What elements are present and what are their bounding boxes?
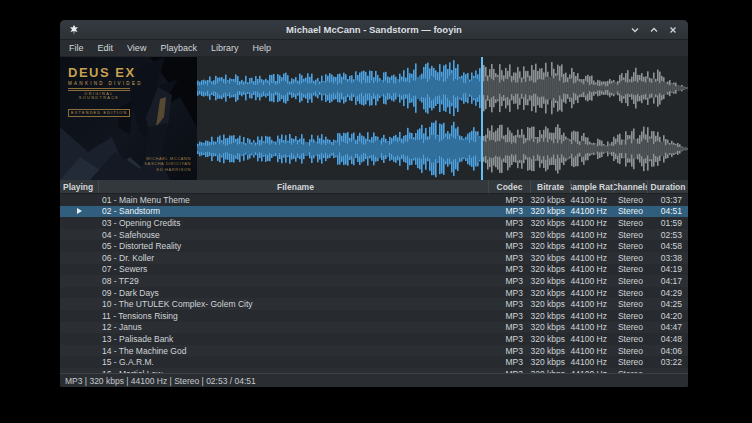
- fooyin-window: Michael McCann - Sandstorm — fooyin: [60, 20, 688, 387]
- menu-item-label: Playback: [160, 43, 197, 53]
- channels-cell: Stereo: [613, 253, 647, 263]
- playlist-row[interactable]: 14 - The Machine God MP3 320 kbps 44100 …: [60, 345, 688, 357]
- playlist-row[interactable]: 07 - Sewers MP3 320 kbps 44100 Hz Stereo…: [60, 264, 688, 276]
- filename-cell: 13 - Palisade Bank: [98, 334, 488, 344]
- duration-cell: 04:17: [647, 276, 688, 286]
- maximize-button[interactable]: [646, 22, 661, 37]
- sample-rate-cell: 44100 Hz: [570, 276, 613, 286]
- sample-rate-cell: 44100 Hz: [570, 311, 613, 321]
- playing-cell: [60, 208, 98, 214]
- minimize-button[interactable]: [627, 22, 642, 37]
- playlist-row[interactable]: 11 - Tensions Rising MP3 320 kbps 44100 …: [60, 310, 688, 322]
- bitrate-cell: 320 kbps: [530, 288, 570, 298]
- column-header-sample-rate[interactable]: Sample Rate: [570, 180, 613, 193]
- waveform-seekbar[interactable]: [197, 57, 688, 180]
- menu-item-label: Help: [252, 43, 271, 53]
- column-header-filename[interactable]: Filename: [98, 180, 488, 193]
- playlist-row[interactable]: 02 - Sandstorm MP3 320 kbps 44100 Hz Ste…: [60, 206, 688, 218]
- playlist-row[interactable]: 15 - G.A.R.M. MP3 320 kbps 44100 Hz Ster…: [60, 356, 688, 368]
- bitrate-cell: 320 kbps: [530, 230, 570, 240]
- menu-item[interactable]: View: [120, 40, 153, 57]
- playlist-row[interactable]: 04 - Safehouse MP3 320 kbps 44100 Hz Ste…: [60, 229, 688, 241]
- column-header-duration[interactable]: Duration: [647, 180, 688, 193]
- channels-cell: Stereo: [613, 206, 647, 216]
- channels-cell: Stereo: [613, 322, 647, 332]
- codec-cell: MP3: [488, 311, 530, 321]
- duration-cell: 04:58: [647, 241, 688, 251]
- duration-cell: 03:38: [647, 253, 688, 263]
- codec-cell: MP3: [488, 357, 530, 367]
- filename-cell: 15 - G.A.R.M.: [98, 357, 488, 367]
- playlist-row[interactable]: 05 - Distorted Reality MP3 320 kbps 4410…: [60, 240, 688, 252]
- filename-cell: 08 - TF29: [98, 276, 488, 286]
- menu-item[interactable]: Library: [204, 40, 246, 57]
- channels-cell: Stereo: [613, 241, 647, 251]
- channels-cell: Stereo: [613, 276, 647, 286]
- column-header-channels[interactable]: Channels: [613, 180, 647, 193]
- fooyin-logo-icon: [67, 23, 80, 36]
- album-art-text: DEUS EX MANKIND DIVIDED ORIGINAL SOUNDTR…: [68, 66, 143, 118]
- close-icon: [668, 25, 678, 35]
- column-header-bitrate[interactable]: Bitrate: [530, 180, 570, 193]
- codec-cell: MP3: [488, 299, 530, 309]
- playlist-row[interactable]: 03 - Opening Credits MP3 320 kbps 44100 …: [60, 217, 688, 229]
- playlist-row[interactable]: 13 - Palisade Bank MP3 320 kbps 44100 Hz…: [60, 333, 688, 345]
- playlist-row[interactable]: 12 - Janus MP3 320 kbps 44100 Hz Stereo …: [60, 322, 688, 334]
- filename-cell: 04 - Safehouse: [98, 230, 488, 240]
- chevron-down-icon: [630, 25, 640, 35]
- playlist-row[interactable]: 09 - Dark Days MP3 320 kbps 44100 Hz Ste…: [60, 287, 688, 299]
- playlist-row[interactable]: 10 - The UTULEK Complex- Golem City MP3 …: [60, 298, 688, 310]
- codec-cell: MP3: [488, 346, 530, 356]
- chevron-up-icon: [649, 25, 659, 35]
- album-title: DEUS EX: [68, 66, 143, 79]
- close-button[interactable]: [665, 22, 680, 37]
- filename-cell: 14 - The Machine God: [98, 346, 488, 356]
- window-controls: [627, 22, 688, 37]
- playlist-row[interactable]: 08 - TF29 MP3 320 kbps 44100 Hz Stereo 0…: [60, 275, 688, 287]
- sample-rate-cell: 44100 Hz: [570, 357, 613, 367]
- column-header-playing[interactable]: Playing: [60, 180, 98, 193]
- playlist-row[interactable]: 06 - Dr. Koller MP3 320 kbps 44100 Hz St…: [60, 252, 688, 264]
- bitrate-cell: 320 kbps: [530, 218, 570, 228]
- column-header-codec[interactable]: Codec: [488, 180, 530, 193]
- playlist-row[interactable]: 01 - Main Menu Theme MP3 320 kbps 44100 …: [60, 194, 688, 206]
- channels-cell: Stereo: [613, 195, 647, 205]
- codec-cell: MP3: [488, 218, 530, 228]
- titlebar[interactable]: Michael McCann - Sandstorm — fooyin: [60, 20, 688, 40]
- duration-cell: 04:48: [647, 334, 688, 344]
- channels-cell: Stereo: [613, 334, 647, 344]
- menu-item[interactable]: Playback: [153, 40, 204, 57]
- sample-rate-cell: 44100 Hz: [570, 230, 613, 240]
- codec-cell: MP3: [488, 288, 530, 298]
- menu-item-label: Library: [211, 43, 239, 53]
- duration-cell: 04:29: [647, 288, 688, 298]
- menu-item[interactable]: Help: [245, 40, 278, 57]
- sample-rate-cell: 44100 Hz: [570, 253, 613, 263]
- menu-item-label: Edit: [98, 43, 114, 53]
- duration-cell: 04:25: [647, 299, 688, 309]
- screen-background: Michael McCann - Sandstorm — fooyin: [0, 0, 752, 423]
- menu-item[interactable]: Edit: [91, 40, 121, 57]
- sample-rate-cell: 44100 Hz: [570, 346, 613, 356]
- codec-cell: MP3: [488, 195, 530, 205]
- codec-cell: MP3: [488, 322, 530, 332]
- codec-cell: MP3: [488, 253, 530, 263]
- bitrate-cell: 320 kbps: [530, 299, 570, 309]
- bitrate-cell: 320 kbps: [530, 311, 570, 321]
- channels-cell: Stereo: [613, 218, 647, 228]
- filename-cell: 05 - Distorted Reality: [98, 241, 488, 251]
- menu-item[interactable]: File: [62, 40, 91, 57]
- window-title: Michael McCann - Sandstorm — fooyin: [60, 24, 688, 35]
- filename-cell: 01 - Main Menu Theme: [98, 195, 488, 205]
- sample-rate-cell: 44100 Hz: [570, 322, 613, 332]
- bitrate-cell: 320 kbps: [530, 346, 570, 356]
- menubar: File Edit View Playback Library Help: [60, 40, 688, 57]
- sample-rate-cell: 44100 Hz: [570, 206, 613, 216]
- sample-rate-cell: 44100 Hz: [570, 299, 613, 309]
- album-edition-label: EXTENDED EDITION: [68, 109, 130, 117]
- duration-cell: 02:53: [647, 230, 688, 240]
- duration-cell: 03:37: [647, 195, 688, 205]
- bitrate-cell: 320 kbps: [530, 264, 570, 274]
- sample-rate-cell: 44100 Hz: [570, 218, 613, 228]
- menu-item-label: File: [69, 43, 84, 53]
